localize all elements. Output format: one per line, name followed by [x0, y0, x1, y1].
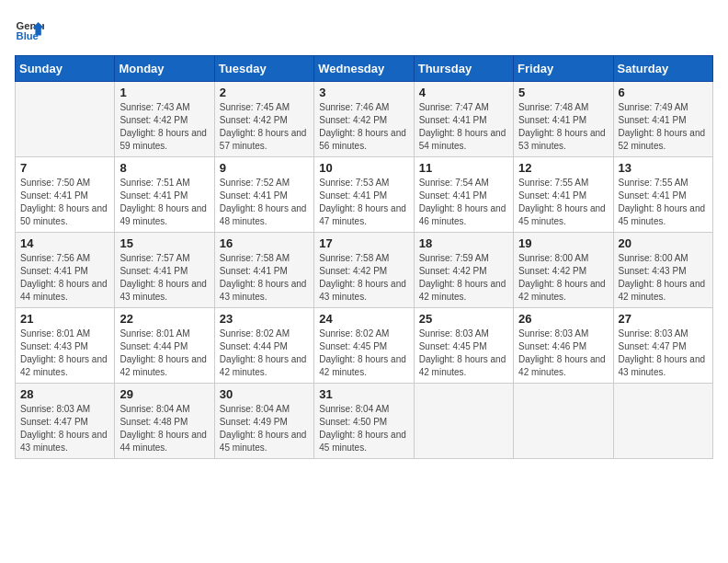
- calendar-cell: 9Sunrise: 7:52 AM Sunset: 4:41 PM Daylig…: [214, 157, 313, 233]
- header: General Blue: [15, 15, 713, 44]
- cell-sun-info: Sunrise: 7:51 AM Sunset: 4:41 PM Dayligh…: [119, 177, 209, 228]
- day-number: 4: [419, 86, 508, 99]
- day-number: 10: [319, 161, 408, 175]
- cell-sun-info: Sunrise: 8:03 AM Sunset: 4:47 PM Dayligh…: [619, 327, 708, 379]
- calendar-cell: 6Sunrise: 7:49 AM Sunset: 4:41 PM Daylig…: [613, 82, 712, 157]
- calendar-cell: 27Sunrise: 8:03 AM Sunset: 4:47 PM Dayli…: [613, 308, 712, 384]
- cell-sun-info: Sunrise: 8:04 AM Sunset: 4:50 PM Dayligh…: [319, 403, 408, 454]
- calendar-cell: 29Sunrise: 8:04 AM Sunset: 4:48 PM Dayli…: [115, 384, 214, 459]
- calendar-cell: 28Sunrise: 8:03 AM Sunset: 4:47 PM Dayli…: [16, 384, 115, 459]
- logo: General Blue: [15, 15, 44, 44]
- cell-sun-info: Sunrise: 7:46 AM Sunset: 4:42 PM Dayligh…: [319, 101, 408, 153]
- day-number: 11: [419, 161, 508, 175]
- calendar-week-row: 1Sunrise: 7:43 AM Sunset: 4:42 PM Daylig…: [16, 82, 713, 157]
- calendar-cell: 25Sunrise: 8:03 AM Sunset: 4:45 PM Dayli…: [414, 308, 513, 384]
- cell-sun-info: Sunrise: 8:03 AM Sunset: 4:46 PM Dayligh…: [518, 327, 608, 379]
- day-number: 14: [20, 236, 109, 250]
- calendar-cell: 15Sunrise: 7:57 AM Sunset: 4:41 PM Dayli…: [115, 233, 214, 308]
- cell-sun-info: Sunrise: 7:43 AM Sunset: 4:42 PM Dayligh…: [119, 101, 209, 153]
- day-header-friday: Friday: [514, 56, 613, 82]
- cell-sun-info: Sunrise: 7:49 AM Sunset: 4:41 PM Dayligh…: [619, 101, 708, 153]
- calendar-cell: 16Sunrise: 7:58 AM Sunset: 4:41 PM Dayli…: [214, 233, 313, 308]
- day-number: 2: [220, 86, 309, 99]
- cell-sun-info: Sunrise: 7:52 AM Sunset: 4:41 PM Dayligh…: [220, 177, 309, 228]
- calendar-cell: 30Sunrise: 8:04 AM Sunset: 4:49 PM Dayli…: [214, 384, 313, 459]
- calendar-cell: 20Sunrise: 8:00 AM Sunset: 4:43 PM Dayli…: [613, 233, 712, 308]
- calendar-cell: 4Sunrise: 7:47 AM Sunset: 4:41 PM Daylig…: [414, 82, 513, 157]
- day-header-monday: Monday: [115, 56, 214, 82]
- day-number: 28: [20, 387, 109, 401]
- calendar-cell: 8Sunrise: 7:51 AM Sunset: 4:41 PM Daylig…: [115, 157, 214, 233]
- cell-sun-info: Sunrise: 7:57 AM Sunset: 4:41 PM Dayligh…: [119, 252, 209, 304]
- cell-sun-info: Sunrise: 7:54 AM Sunset: 4:41 PM Dayligh…: [419, 177, 508, 228]
- cell-sun-info: Sunrise: 8:04 AM Sunset: 4:48 PM Dayligh…: [119, 403, 209, 454]
- cell-sun-info: Sunrise: 7:56 AM Sunset: 4:41 PM Dayligh…: [20, 252, 109, 304]
- cell-sun-info: Sunrise: 8:01 AM Sunset: 4:43 PM Dayligh…: [20, 327, 109, 379]
- day-number: 30: [220, 387, 309, 401]
- day-number: 15: [119, 236, 209, 250]
- cell-sun-info: Sunrise: 7:48 AM Sunset: 4:41 PM Dayligh…: [518, 101, 608, 153]
- day-number: 21: [20, 312, 109, 326]
- day-number: 24: [319, 312, 408, 326]
- calendar-cell: [514, 384, 613, 459]
- cell-sun-info: Sunrise: 8:03 AM Sunset: 4:45 PM Dayligh…: [419, 327, 508, 379]
- cell-sun-info: Sunrise: 8:04 AM Sunset: 4:49 PM Dayligh…: [220, 403, 309, 454]
- day-number: 25: [419, 312, 508, 326]
- cell-sun-info: Sunrise: 8:02 AM Sunset: 4:45 PM Dayligh…: [319, 327, 408, 379]
- calendar-cell: 11Sunrise: 7:54 AM Sunset: 4:41 PM Dayli…: [414, 157, 513, 233]
- cell-sun-info: Sunrise: 7:55 AM Sunset: 4:41 PM Dayligh…: [619, 177, 708, 228]
- logo-icon: General Blue: [15, 15, 44, 44]
- calendar-table: SundayMondayTuesdayWednesdayThursdayFrid…: [15, 55, 713, 459]
- calendar-cell: 10Sunrise: 7:53 AM Sunset: 4:41 PM Dayli…: [314, 157, 414, 233]
- day-number: 26: [518, 312, 608, 326]
- cell-sun-info: Sunrise: 8:03 AM Sunset: 4:47 PM Dayligh…: [20, 403, 109, 454]
- calendar-cell: 14Sunrise: 7:56 AM Sunset: 4:41 PM Dayli…: [16, 233, 115, 308]
- calendar-week-row: 21Sunrise: 8:01 AM Sunset: 4:43 PM Dayli…: [16, 308, 713, 384]
- day-number: 9: [220, 161, 309, 175]
- calendar-header-row: SundayMondayTuesdayWednesdayThursdayFrid…: [16, 56, 713, 82]
- day-number: 1: [119, 86, 209, 99]
- day-number: 6: [619, 86, 708, 99]
- cell-sun-info: Sunrise: 8:00 AM Sunset: 4:42 PM Dayligh…: [518, 252, 608, 304]
- day-number: 5: [518, 86, 608, 99]
- calendar-cell: 21Sunrise: 8:01 AM Sunset: 4:43 PM Dayli…: [16, 308, 115, 384]
- calendar-cell: [16, 82, 115, 157]
- cell-sun-info: Sunrise: 7:58 AM Sunset: 4:41 PM Dayligh…: [220, 252, 309, 304]
- calendar-cell: 7Sunrise: 7:50 AM Sunset: 4:41 PM Daylig…: [16, 157, 115, 233]
- calendar-cell: 3Sunrise: 7:46 AM Sunset: 4:42 PM Daylig…: [314, 82, 414, 157]
- day-number: 27: [619, 312, 708, 326]
- calendar-cell: 2Sunrise: 7:45 AM Sunset: 4:42 PM Daylig…: [214, 82, 313, 157]
- calendar-cell: 13Sunrise: 7:55 AM Sunset: 4:41 PM Dayli…: [613, 157, 712, 233]
- day-number: 19: [518, 236, 608, 250]
- day-number: 22: [119, 312, 209, 326]
- day-header-tuesday: Tuesday: [214, 56, 313, 82]
- cell-sun-info: Sunrise: 7:50 AM Sunset: 4:41 PM Dayligh…: [20, 177, 109, 228]
- day-header-sunday: Sunday: [16, 56, 115, 82]
- calendar-week-row: 28Sunrise: 8:03 AM Sunset: 4:47 PM Dayli…: [16, 384, 713, 459]
- day-header-saturday: Saturday: [613, 56, 712, 82]
- day-number: 29: [119, 387, 209, 401]
- calendar-cell: 19Sunrise: 8:00 AM Sunset: 4:42 PM Dayli…: [514, 233, 613, 308]
- calendar-cell: 26Sunrise: 8:03 AM Sunset: 4:46 PM Dayli…: [514, 308, 613, 384]
- cell-sun-info: Sunrise: 7:47 AM Sunset: 4:41 PM Dayligh…: [419, 101, 508, 153]
- calendar-cell: 23Sunrise: 8:02 AM Sunset: 4:44 PM Dayli…: [214, 308, 313, 384]
- calendar-cell: [613, 384, 712, 459]
- calendar-cell: 24Sunrise: 8:02 AM Sunset: 4:45 PM Dayli…: [314, 308, 414, 384]
- calendar-cell: 22Sunrise: 8:01 AM Sunset: 4:44 PM Dayli…: [115, 308, 214, 384]
- day-number: 8: [119, 161, 209, 175]
- svg-text:Blue: Blue: [17, 30, 39, 41]
- calendar-cell: 1Sunrise: 7:43 AM Sunset: 4:42 PM Daylig…: [115, 82, 214, 157]
- cell-sun-info: Sunrise: 7:45 AM Sunset: 4:42 PM Dayligh…: [220, 101, 309, 153]
- cell-sun-info: Sunrise: 8:01 AM Sunset: 4:44 PM Dayligh…: [119, 327, 209, 379]
- day-number: 31: [319, 387, 408, 401]
- day-number: 17: [319, 236, 408, 250]
- calendar-week-row: 7Sunrise: 7:50 AM Sunset: 4:41 PM Daylig…: [16, 157, 713, 233]
- day-number: 12: [518, 161, 608, 175]
- cell-sun-info: Sunrise: 8:02 AM Sunset: 4:44 PM Dayligh…: [220, 327, 309, 379]
- calendar-cell: 31Sunrise: 8:04 AM Sunset: 4:50 PM Dayli…: [314, 384, 414, 459]
- calendar-cell: 12Sunrise: 7:55 AM Sunset: 4:41 PM Dayli…: [514, 157, 613, 233]
- cell-sun-info: Sunrise: 8:00 AM Sunset: 4:43 PM Dayligh…: [619, 252, 708, 304]
- day-number: 18: [419, 236, 508, 250]
- calendar-week-row: 14Sunrise: 7:56 AM Sunset: 4:41 PM Dayli…: [16, 233, 713, 308]
- day-header-thursday: Thursday: [414, 56, 513, 82]
